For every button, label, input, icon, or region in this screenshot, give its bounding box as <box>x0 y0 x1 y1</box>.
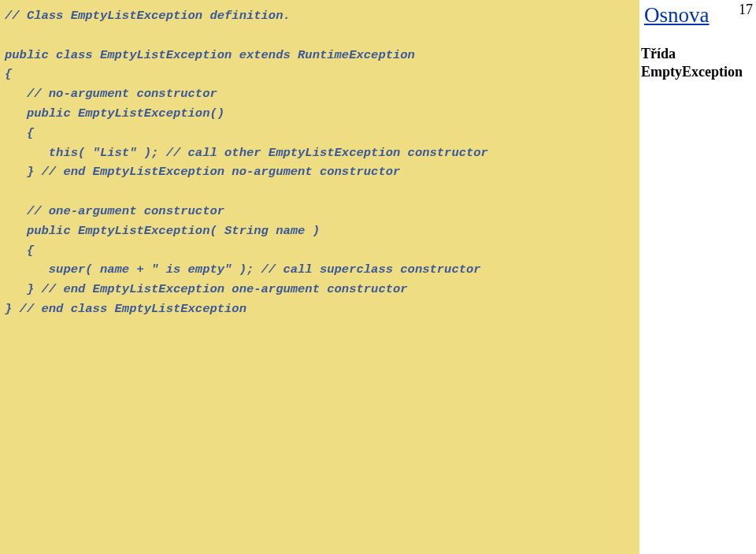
code-line: // Class EmptyListException definition. <box>5 9 291 23</box>
code-line: this( "List" ); // call other EmptyListE… <box>5 146 488 160</box>
code-line: } // end EmptyListException no-argument … <box>5 165 400 179</box>
code-line: } // end EmptyListException one-argument… <box>5 282 408 296</box>
code-line: public EmptyListException( String name ) <box>5 224 320 238</box>
sidebar: Osnova Třída EmptyException <box>644 3 739 80</box>
code-block: // Class EmptyListException definition. … <box>0 0 639 554</box>
code-line: // one-argument constructor <box>5 204 224 218</box>
code-line: public EmptyListException() <box>5 106 224 121</box>
code-line: { <box>5 126 34 140</box>
page-number: 17 <box>739 2 753 18</box>
code-line: { <box>5 244 34 258</box>
sidebar-label-line1: Třída <box>641 45 739 63</box>
sidebar-label: Třída EmptyException <box>641 45 739 80</box>
code-line: } // end class EmptyListException <box>5 302 246 316</box>
code-line: { <box>5 67 12 81</box>
sidebar-label-line2: EmptyException <box>641 63 739 81</box>
code-line: super( name + " is empty" ); // call sup… <box>5 262 481 277</box>
sidebar-heading: Osnova <box>644 3 739 28</box>
code-line: // no-argument constructor <box>5 87 217 101</box>
code-line: public class EmptyListException extends … <box>5 48 422 62</box>
